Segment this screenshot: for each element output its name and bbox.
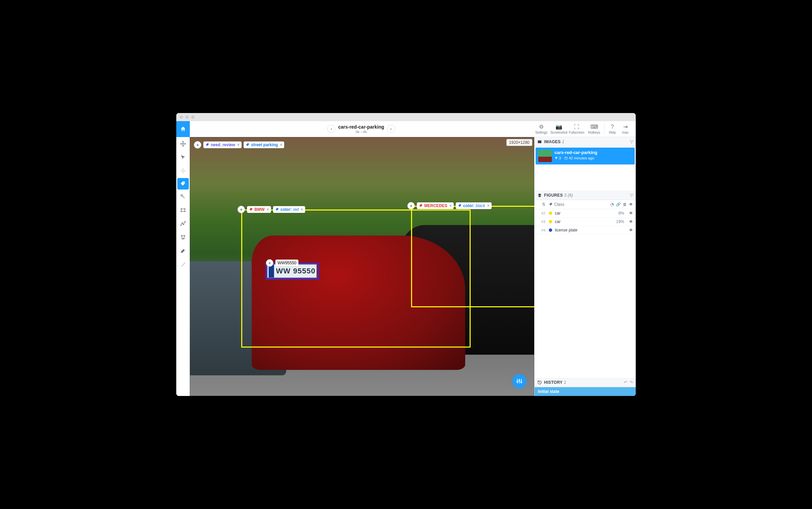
figures-panel-header[interactable]: FIGURES 3 (6) ▽ [535,191,636,200]
tool-polyline[interactable] [176,217,190,230]
header: ‹ cars-red-car-parking ds › ds › ⚙Settin… [176,121,636,137]
remove-tag-button[interactable]: × [237,142,240,147]
tag-icon [549,202,553,206]
figure-class: car [555,219,561,224]
tool-pan[interactable] [176,137,190,151]
undo-icon[interactable]: ↶ [624,380,627,385]
bbox-plate[interactable]: + WW95550 [266,263,319,280]
body: 1920×1280 + need_review × street parking… [176,137,636,396]
bbox-tags: + MERCEDES × color: black × [407,202,492,209]
traffic-light-close[interactable] [180,115,183,119]
tool-smart[interactable] [176,258,190,271]
svg-point-9 [183,224,184,225]
image-title: cars-red-car-parking [338,124,384,130]
add-object-tag-button[interactable]: + [407,202,415,209]
image-timestamp: 42 minutes ago [564,156,594,160]
screenshot-button[interactable]: 📷Screenshot [550,121,568,137]
hotkeys-button[interactable]: ⌨Hotkeys [585,121,603,137]
tool-polygon[interactable] [176,230,190,244]
gear-icon: ⚙ [539,124,544,130]
tag-icon [205,143,209,147]
adjust-fab[interactable] [513,374,526,388]
image-tag[interactable]: need_review × [203,141,242,148]
keyboard-icon: ⌨ [590,124,598,130]
history-panel-header[interactable]: HISTORY 1 ↶ ↷ [535,378,636,387]
visibility-toggle[interactable]: 👁 [629,228,633,233]
image-tag[interactable]: street parking × [244,141,284,148]
tag-icon [246,143,250,147]
settings-button[interactable]: ⚙Settings [533,121,550,137]
image-list-item[interactable]: cars-red-car-parking 3 42 minutes ago [536,148,635,164]
tool-point[interactable] [176,190,190,203]
cursor-icon [180,154,186,160]
filter-icon[interactable]: ▽ [630,139,633,144]
thumbnail-image [538,150,552,162]
tool-drag[interactable] [176,164,190,178]
figure-class: license plate [555,228,578,233]
add-image-tag-button[interactable]: + [194,141,201,149]
divider [604,124,605,134]
object-tag[interactable]: color: black × [456,202,492,209]
left-toolbar [176,137,190,396]
sliders-icon [516,378,523,384]
object-tag[interactable]: WW95550 [275,260,298,266]
remove-tag-button[interactable]: × [487,203,490,208]
figure-row[interactable]: #3 car 19% 👁 [535,218,636,226]
help-button[interactable]: ?Help [606,121,619,137]
images-panel-header[interactable]: IMAGES 1 ▽ [535,137,636,147]
trash-icon[interactable]: 🗑 [623,202,627,207]
home-button[interactable] [176,121,190,137]
tool-brush[interactable] [176,244,190,258]
area-icon[interactable]: ◔ [610,202,614,207]
filter-icon[interactable]: ▽ [630,193,633,198]
tool-select[interactable] [176,151,190,164]
traffic-light-min[interactable] [185,115,189,119]
help-icon: ? [611,124,614,130]
canvas[interactable]: 1920×1280 + need_review × street parking… [190,137,534,396]
link-icon[interactable]: 🔗 [616,202,621,207]
svg-rect-1 [181,195,183,196]
image-dimensions: 1920×1280 [506,139,532,146]
logout-icon: ⇥ [623,124,628,130]
object-tag[interactable]: color: red × [273,206,305,213]
bbox-mercedes[interactable]: + MERCEDES × color: black × [411,206,534,307]
figures-columns: ⇅ Class ◔ 🔗 🗑 👁 [535,200,636,209]
images-icon [537,139,542,144]
visibility-toggle[interactable]: 👁 [629,211,633,216]
tool-rectangle[interactable] [176,203,190,217]
prev-image-button[interactable]: ‹ [327,125,335,133]
remove-tag-button[interactable]: × [267,207,269,212]
eye-icon[interactable]: 👁 [629,202,633,207]
object-tag-label: MERCEDES [424,203,447,208]
layers-count: 3 [555,156,561,160]
svg-point-4 [184,208,185,209]
remove-tag-button[interactable]: × [301,207,303,212]
svg-point-6 [184,211,185,212]
figure-row[interactable]: #2 car 8% 👁 [535,209,636,218]
object-tag[interactable]: BMW × [247,206,271,213]
next-image-button[interactable]: › [387,125,395,133]
breadcrumb: ds › ds [338,130,384,134]
user-menu[interactable]: ⇥max [619,121,632,137]
add-object-tag-button[interactable]: + [238,206,245,213]
svg-rect-2 [181,209,185,212]
redo-icon[interactable]: ↷ [630,380,633,385]
remove-tag-button[interactable]: × [449,203,452,208]
traffic-light-max[interactable] [191,115,195,119]
history-item[interactable]: Initial state [535,387,636,396]
figure-row[interactable]: #4 license plate 👁 [535,226,636,235]
rectangle-icon [180,207,186,213]
app-root: ‹ cars-red-car-parking ds › ds › ⚙Settin… [176,121,636,396]
remove-tag-button[interactable]: × [280,142,282,147]
sort-id-icon[interactable]: ⇅ [537,202,545,207]
fullscreen-button[interactable]: ⛶Fullscreen [568,121,585,137]
visibility-toggle[interactable]: 👁 [629,219,633,224]
add-object-tag-button[interactable]: + [266,259,273,267]
history-list: Initial state [535,387,636,396]
svg-rect-21 [565,157,567,159]
tool-tag[interactable] [177,178,189,190]
object-tag-label: BMW [254,207,265,212]
svg-point-3 [181,208,182,209]
object-tag[interactable]: MERCEDES × [417,202,454,209]
calendar-icon [564,156,568,160]
